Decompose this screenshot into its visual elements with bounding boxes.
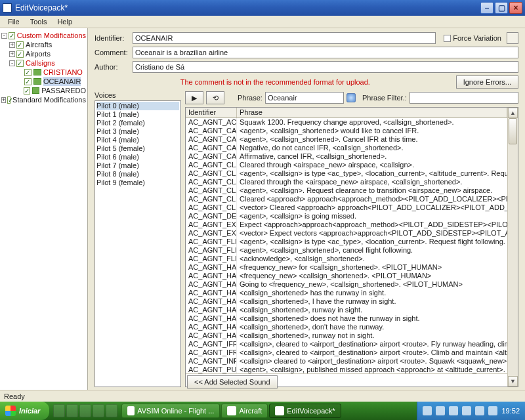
table-row[interactable]: AC_AGNT_HAV...<callsign_shortened>, don'… [186,323,507,331]
tray-icon[interactable] [436,406,445,415]
table-row[interactable]: AC_AGNT_CLEA...Cleared <approach> approa… [186,195,507,203]
scroll-thumb[interactable] [509,118,517,144]
voice-item[interactable]: Pilot 1 (male) [96,110,179,119]
ql-icon[interactable] [79,404,91,417]
ignore-errors-button[interactable]: Ignore Errors... [456,75,518,89]
ql-icon[interactable] [93,404,104,417]
ql-icon[interactable] [66,404,78,417]
voice-item[interactable]: Pilot 8 (male) [96,170,179,178]
menu-file[interactable]: File [3,16,25,27]
tree-node-custom[interactable]: -Custom Modifications [1,31,86,40]
tray-icon[interactable] [462,406,471,415]
task-button[interactable]: EditVoicepack* [269,404,341,418]
task-label: EditVoicepack* [287,407,335,415]
cell-phrase: <callsign_shortened>, runway in sight. [237,306,507,314]
start-button[interactable]: Iniciar [0,402,49,420]
cell-phrase: Cleared through the <airspace_new> airsp… [237,178,507,186]
table-row[interactable]: AC_AGNT_HAN...<frequency_new> <callsign_… [186,272,507,280]
table-row[interactable]: AC_AGNT_IFR_...<callsign>, cleared to <a… [186,348,507,357]
table-row[interactable]: AC_AGNT_CAN...<agent>, <callsign_shorten… [186,135,507,144]
table-row[interactable]: AC_AGNT_CLAS...<agent>, <callsign>. Requ… [186,186,507,195]
scroll-up-icon[interactable]: ▲ [508,108,518,118]
ql-icon[interactable] [106,404,117,417]
variation-menu-button[interactable] [507,32,518,44]
tray-icon[interactable] [488,406,497,415]
tree-node-passaredo[interactable]: PASSAREDO [1,86,86,95]
author-input[interactable]: Cristiano de Sá [133,61,518,73]
ql-icon[interactable] [53,404,65,417]
voice-item[interactable]: Pilot 3 (male) [96,127,179,136]
table-row[interactable]: AC_AGNT_HAN...<frequency_new> for <calls… [186,263,507,272]
tree-node-standard[interactable]: +Standard Modifications [1,95,86,104]
table-row[interactable]: AC_AGNT_CLAS...Cleared through <airspace… [186,161,507,169]
table-row[interactable]: AC_AGNT_PUB...<agent>, <callsign>, publi… [186,366,507,373]
phrase-filter-input[interactable] [410,92,518,104]
voice-item[interactable]: Pilot 9 (female) [96,178,179,187]
table-row[interactable]: AC_AGNT_INFLI...<callsign> cleared to <a… [186,357,507,366]
table-row[interactable]: AC_AGNT_CAN...Affirmative, cancel IFR, <… [186,152,507,161]
tree-view[interactable]: -Custom Modifications +Aircrafts +Airpor… [0,28,88,390]
scroll-down-icon[interactable]: ▼ [508,376,518,387]
table-row[interactable]: AC_AGNT_EXP...Expect <approach>approach<… [186,220,507,229]
table-row[interactable]: AC_AGNT_HAN...Going to <frequency_new>, … [186,280,507,289]
col-identifier[interactable]: Identifier [186,108,237,117]
voice-item[interactable]: Pilot 6 (male) [96,153,179,161]
close-button[interactable]: × [509,2,522,14]
tree-node-oceanair[interactable]: OCEANAIR [1,77,86,86]
table-row[interactable]: AC_AGNT_HAV...<callsign_shortened>, I ha… [186,297,507,306]
comment-input[interactable]: Oceanair is a brazilian airline [133,47,518,58]
table-row[interactable]: AC_AGNT_CAN...Negative, do not cancel IF… [186,144,507,152]
cell-identifier: AC_AGNT_HAN... [186,272,237,280]
tray-icon[interactable] [423,406,432,415]
loop-button[interactable]: ⟲ [206,91,224,104]
task-icon [127,406,135,415]
table-row[interactable]: AC_AGNT_IFR_...<callsign>, cleared to <a… [186,340,507,348]
clock[interactable]: 19:52 [501,407,520,415]
force-variation-checkbox[interactable] [444,35,451,42]
table-row[interactable]: AC_AGNT_FLIG...<agent>, <callsign> is ty… [186,238,507,246]
table-row[interactable]: AC_AGNT_FLIG...<acknowledge>, <callsign_… [186,255,507,263]
table-row[interactable]: AC_AGNT_CLEA...<vector> Cleared <approac… [186,203,507,212]
task-button[interactable]: AVSIM Online - Flight ... [121,404,220,418]
col-phrase[interactable]: Phrase [237,108,507,117]
table-row[interactable]: AC_AGNT_HAV...<callsign_shortened> has t… [186,289,507,297]
voice-item[interactable]: Pilot 5 (female) [96,144,179,153]
tree-node-cristiano[interactable]: CRISTIANO [1,68,86,77]
phrase-grid[interactable]: Identifier Phrase AC_AGNT_ACK...Squawk 1… [185,107,518,387]
task-button[interactable]: Aircraft [221,404,268,418]
tree-node-airports[interactable]: +Airports [1,49,86,58]
maximize-button[interactable]: ▢ [495,2,508,14]
details-pane: Identifier: OCEANAIR Force Variation Com… [88,28,525,390]
add-selected-sound-button[interactable]: << Add Selected Sound [187,375,278,388]
voice-item[interactable]: Pilot 4 (male) [96,136,179,144]
menu-help[interactable]: Help [52,16,77,27]
tree-node-aircrafts[interactable]: +Aircrafts [1,40,86,49]
table-row[interactable]: AC_AGNT_HAV...<callsign_shortened>, runw… [186,306,507,314]
table-row[interactable]: AC_AGNT_CLAS...<agent>, <callsign> is ty… [186,169,507,178]
tray-icon[interactable] [449,406,458,415]
menu-tools[interactable]: Tools [25,16,52,27]
table-row[interactable]: AC_AGNT_ACK...Squawk 1200. Frequency cha… [186,118,507,127]
record-icon[interactable] [346,93,356,102]
table-row[interactable]: AC_AGNT_CLAS...Cleared through the <airs… [186,178,507,186]
voices-list[interactable]: Pilot 0 (male)Pilot 1 (male)Pilot 2 (fem… [94,100,181,387]
table-row[interactable]: AC_AGNT_EXP...<vector> Expect vectors <a… [186,229,507,238]
table-row[interactable]: AC_AGNT_FLIG...<agent>, <callsign_shorte… [186,246,507,255]
table-row[interactable]: AC_AGNT_HAV...<callsign_shortened> does … [186,314,507,323]
voice-item[interactable]: Pilot 7 (male) [96,161,179,170]
voice-item[interactable]: Pilot 0 (male) [96,102,179,110]
table-row[interactable]: AC_AGNT_CAN...<agent>, <callsign_shorten… [186,127,507,135]
identifier-input[interactable]: OCEANAIR [133,32,436,44]
task-label: AVSIM Online - Flight ... [137,407,214,415]
table-row[interactable]: AC_AGNT_DEC...<agent>, <callsign> is goi… [186,212,507,220]
tree-node-callsigns[interactable]: -Callsigns [1,58,86,68]
voice-item[interactable]: Pilot 2 (female) [96,119,179,127]
minimize-button[interactable]: – [480,2,494,14]
cell-phrase: <agent>, <callsign>. Request clearance t… [237,186,507,195]
play-button[interactable]: ▶ [185,91,203,104]
tray-icon[interactable] [475,406,484,415]
table-row[interactable]: AC_AGNT_HAV...<callsign_shortened>, runw… [186,331,507,340]
phrase-input[interactable]: Oceanair [265,92,344,104]
task-label: Aircraft [239,407,262,415]
grid-scrollbar[interactable]: ▲ ▼ [507,108,518,387]
